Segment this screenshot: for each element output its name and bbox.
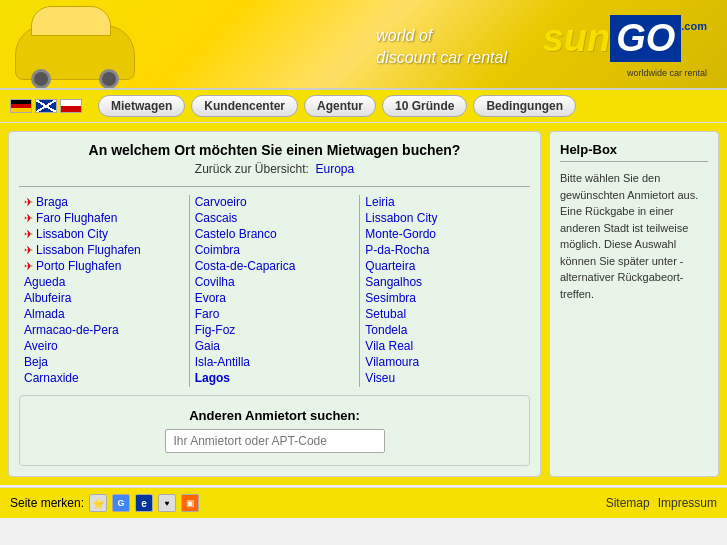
bookmark-icon-ie[interactable]: e: [135, 494, 153, 512]
city-albufeira[interactable]: Albufeira: [24, 291, 184, 305]
help-box: Help-Box Bitte wählen Sie den gewünschte…: [549, 131, 719, 477]
city-gaia[interactable]: Gaia: [195, 339, 355, 353]
nav-agentur[interactable]: Agentur: [304, 95, 376, 117]
city-quarteira[interactable]: Quarteira: [365, 259, 525, 273]
plane-icon: ✈: [24, 260, 33, 273]
city-fig-foz[interactable]: Fig-Foz: [195, 323, 355, 337]
page-title: An welchem Ort möchten Sie einen Mietwag…: [19, 142, 530, 158]
city-cascais[interactable]: Cascais: [195, 211, 355, 225]
nav-bedingungen[interactable]: Bedingungen: [473, 95, 576, 117]
city-setubal[interactable]: Setubal: [365, 307, 525, 321]
city-faro[interactable]: Faro: [195, 307, 355, 321]
city-faro-flughafen[interactable]: ✈Faro Flughafen: [24, 211, 184, 225]
help-title: Help-Box: [560, 142, 708, 162]
bookmark-icon-google[interactable]: G: [112, 494, 130, 512]
flag-german[interactable]: [10, 99, 32, 113]
main-wrapper: An welchem Ort möchten Sie einen Mietwag…: [0, 123, 727, 485]
city-lissabon-flughafen[interactable]: ✈Lissabon Flughafen: [24, 243, 184, 257]
city-monte-gordo[interactable]: Monte-Gordo: [365, 227, 525, 241]
city-porto-flughafen[interactable]: ✈Porto Flughafen: [24, 259, 184, 273]
city-braga[interactable]: ✈Braga: [24, 195, 184, 209]
city-carvoeiro[interactable]: Carvoeiro: [195, 195, 355, 209]
search-input[interactable]: [165, 429, 385, 453]
bookmark-area: Seite merken: ⭐ G e ♥ ▣: [10, 494, 199, 512]
plane-icon: ✈: [24, 244, 33, 257]
city-leiria[interactable]: Leiria: [365, 195, 525, 209]
impressum-link[interactable]: Impressum: [658, 496, 717, 510]
city-coimbra[interactable]: Coimbra: [195, 243, 355, 257]
city-almada[interactable]: Almada: [24, 307, 184, 321]
bookmark-icon-rss[interactable]: ▣: [181, 494, 199, 512]
city-tondela[interactable]: Tondela: [365, 323, 525, 337]
city-castelo-branco[interactable]: Castelo Branco: [195, 227, 355, 241]
back-link-row: Zurück zur Übersicht: Europa: [19, 162, 530, 176]
flag-icons: [10, 99, 82, 113]
cities-grid: ✈Braga ✈Faro Flughafen ✈Lissabon City ✈L…: [19, 195, 530, 387]
logo: sun GO .com: [543, 15, 707, 62]
footer: Seite merken: ⭐ G e ♥ ▣ Sitemap Impressu…: [0, 487, 727, 518]
city-armacao[interactable]: Armacao-de-Pera: [24, 323, 184, 337]
logo-com: .com: [681, 20, 707, 32]
plane-icon: ✈: [24, 196, 33, 209]
flag-english[interactable]: [35, 99, 57, 113]
navbar: Mietwagen Kundencenter Agentur 10 Gründe…: [0, 90, 727, 123]
city-vila-real[interactable]: Vila Real: [365, 339, 525, 353]
nav-10gruende[interactable]: 10 Gründe: [382, 95, 467, 117]
city-carnaxide[interactable]: Carnaxide: [24, 371, 184, 385]
city-evora[interactable]: Evora: [195, 291, 355, 305]
cities-col-1: ✈Braga ✈Faro Flughafen ✈Lissabon City ✈L…: [19, 195, 190, 387]
back-text: Zurück zur Übersicht:: [195, 162, 309, 176]
bookmark-icon-del[interactable]: ♥: [158, 494, 176, 512]
divider: [19, 186, 530, 187]
footer-links: Sitemap Impressum: [606, 496, 717, 510]
city-isla-antilla[interactable]: Isla-Antilla: [195, 355, 355, 369]
city-agueda[interactable]: Agueda: [24, 275, 184, 289]
city-vilamoura[interactable]: Vilamoura: [365, 355, 525, 369]
city-viseu[interactable]: Viseu: [365, 371, 525, 385]
city-p-da-rocha[interactable]: P-da-Rocha: [365, 243, 525, 257]
content-area: An welchem Ort möchten Sie einen Mietwag…: [8, 131, 719, 477]
bookmark-icon-star[interactable]: ⭐: [89, 494, 107, 512]
plane-icon: ✈: [24, 228, 33, 241]
city-aveiro[interactable]: Aveiro: [24, 339, 184, 353]
logo-sun: sun: [543, 17, 611, 60]
city-lissabon-city2[interactable]: Lissabon City: [365, 211, 525, 225]
city-beja[interactable]: Beja: [24, 355, 184, 369]
tagline: world of discount car rental: [376, 25, 507, 70]
logo-go: GO: [610, 15, 681, 62]
search-box: Anderen Anmietort suchen:: [19, 395, 530, 466]
cities-col-2: Carvoeiro Cascais Castelo Branco Coimbra…: [190, 195, 361, 387]
city-sesimbra[interactable]: Sesimbra: [365, 291, 525, 305]
help-text: Bitte wählen Sie den gewünschten Anmieto…: [560, 170, 708, 302]
left-panel: An welchem Ort möchten Sie einen Mietwag…: [8, 131, 541, 477]
plane-icon: ✈: [24, 212, 33, 225]
header: world of discount car rental sun GO .com…: [0, 0, 727, 90]
nav-kundencenter[interactable]: Kundencenter: [191, 95, 298, 117]
city-lagos[interactable]: Lagos: [195, 371, 355, 385]
city-sangalhos[interactable]: Sangalhos: [365, 275, 525, 289]
back-link-europa[interactable]: Europa: [316, 162, 355, 176]
sitemap-link[interactable]: Sitemap: [606, 496, 650, 510]
cities-col-3: Leiria Lissabon City Monte-Gordo P-da-Ro…: [360, 195, 530, 387]
logo-subtitle: worldwide car rental: [627, 68, 707, 78]
flag-polish[interactable]: [60, 99, 82, 113]
car-illustration: [10, 5, 140, 85]
city-lissabon-city[interactable]: ✈Lissabon City: [24, 227, 184, 241]
nav-mietwagen[interactable]: Mietwagen: [98, 95, 185, 117]
city-covilha[interactable]: Covilha: [195, 275, 355, 289]
bookmark-label: Seite merken:: [10, 496, 84, 510]
city-costa-de-caparica[interactable]: Costa-de-Caparica: [195, 259, 355, 273]
search-label: Anderen Anmietort suchen:: [32, 408, 517, 423]
